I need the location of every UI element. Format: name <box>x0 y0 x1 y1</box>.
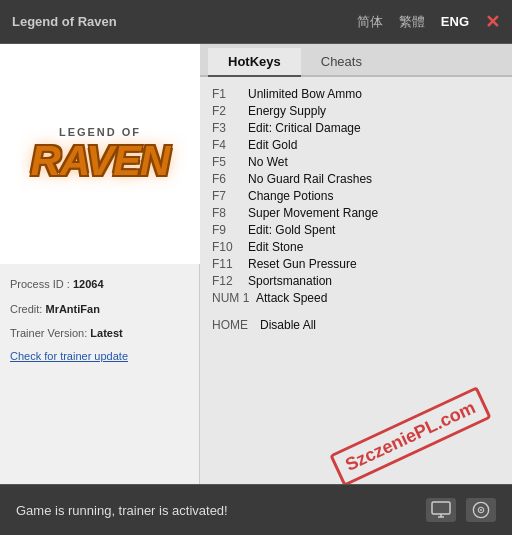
game-logo-area: LEGEND OF RAVEN <box>0 44 200 264</box>
trainer-version-row: Trainer Version: Latest <box>10 325 189 342</box>
credit-row: Credit: MrAntiFan <box>10 301 189 318</box>
key-home: HOME <box>212 318 260 332</box>
main-content: LEGEND OF RAVEN Process ID : 12064 Credi… <box>0 44 512 484</box>
svg-point-5 <box>480 509 482 511</box>
key-f3: F3 <box>212 121 248 135</box>
monitor-icon[interactable] <box>426 498 456 522</box>
tab-hotkeys[interactable]: HotKeys <box>208 48 301 77</box>
hotkey-f10: F10 Edit Stone <box>212 238 500 255</box>
desc-f5: No Wet <box>248 155 288 169</box>
title-bar-controls: 简体 繁體 ENG ✕ <box>357 11 500 33</box>
key-f10: F10 <box>212 240 248 254</box>
lang-traditional[interactable]: 繁體 <box>399 13 425 31</box>
key-f12: F12 <box>212 274 248 288</box>
hotkey-f4: F4 Edit Gold <box>212 136 500 153</box>
desc-f4: Edit Gold <box>248 138 297 152</box>
hotkey-f11: F11 Reset Gun Pressure <box>212 255 500 272</box>
logo-raven-text: RAVEN <box>31 140 170 182</box>
desc-f2: Energy Supply <box>248 104 326 118</box>
status-bar: Game is running, trainer is activated! <box>0 484 512 535</box>
key-f4: F4 <box>212 138 248 152</box>
key-f8: F8 <box>212 206 248 220</box>
key-f7: F7 <box>212 189 248 203</box>
separator <box>212 306 500 316</box>
hotkey-f5: F5 No Wet <box>212 153 500 170</box>
desc-f9: Edit: Gold Spent <box>248 223 335 237</box>
desc-f8: Super Movement Range <box>248 206 378 220</box>
status-icons <box>426 498 496 522</box>
process-value: 12064 <box>73 278 104 290</box>
trainer-label: Trainer Version: <box>10 327 87 339</box>
tabs-bar: HotKeys Cheats <box>200 44 512 77</box>
key-f5: F5 <box>212 155 248 169</box>
key-num1: NUM 1 <box>212 291 256 305</box>
key-f11: F11 <box>212 257 248 271</box>
hotkey-f6: F6 No Guard Rail Crashes <box>212 170 500 187</box>
right-panel: HotKeys Cheats F1 Unlimited Bow Ammo F2 … <box>200 44 512 484</box>
logo-container: LEGEND OF RAVEN <box>20 74 180 234</box>
desc-f12: Sportsmanation <box>248 274 332 288</box>
desc-f6: No Guard Rail Crashes <box>248 172 372 186</box>
stamp-overlay: SzczeniePL.com <box>329 386 492 484</box>
title-bar: Legend of Raven 简体 繁體 ENG ✕ <box>0 0 512 44</box>
music-icon[interactable] <box>466 498 496 522</box>
hotkeys-list: F1 Unlimited Bow Ammo F2 Energy Supply F… <box>200 77 512 484</box>
update-link[interactable]: Check for trainer update <box>10 350 189 362</box>
hotkey-f7: F7 Change Potions <box>212 187 500 204</box>
desc-f7: Change Potions <box>248 189 333 203</box>
left-panel: LEGEND OF RAVEN Process ID : 12064 Credi… <box>0 44 200 484</box>
credit-label: Credit: <box>10 303 42 315</box>
hotkey-home: HOME Disable All <box>212 316 500 334</box>
left-info: Process ID : 12064 Credit: MrAntiFan Tra… <box>0 264 199 484</box>
status-message: Game is running, trainer is activated! <box>16 503 228 518</box>
tab-cheats[interactable]: Cheats <box>301 48 382 77</box>
process-label: Process ID : <box>10 278 73 290</box>
key-f1: F1 <box>212 87 248 101</box>
desc-f1: Unlimited Bow Ammo <box>248 87 362 101</box>
credit-value: MrAntiFan <box>45 303 99 315</box>
hotkey-f3: F3 Edit: Critical Damage <box>212 119 500 136</box>
hotkey-f9: F9 Edit: Gold Spent <box>212 221 500 238</box>
hotkey-f1: F1 Unlimited Bow Ammo <box>212 85 500 102</box>
key-f9: F9 <box>212 223 248 237</box>
svg-rect-0 <box>432 502 450 514</box>
desc-f11: Reset Gun Pressure <box>248 257 357 271</box>
hotkey-f8: F8 Super Movement Range <box>212 204 500 221</box>
hotkey-num1: NUM 1 Attack Speed <box>212 289 500 306</box>
key-f2: F2 <box>212 104 248 118</box>
desc-home: Disable All <box>260 318 316 332</box>
lang-simplified[interactable]: 简体 <box>357 13 383 31</box>
process-id-row: Process ID : 12064 <box>10 276 189 293</box>
app-title: Legend of Raven <box>12 14 117 29</box>
trainer-value: Latest <box>90 327 122 339</box>
desc-f10: Edit Stone <box>248 240 303 254</box>
close-button[interactable]: ✕ <box>485 11 500 33</box>
desc-f3: Edit: Critical Damage <box>248 121 361 135</box>
lang-english[interactable]: ENG <box>441 14 469 29</box>
hotkey-f2: F2 Energy Supply <box>212 102 500 119</box>
key-f6: F6 <box>212 172 248 186</box>
hotkey-f12: F12 Sportsmanation <box>212 272 500 289</box>
stamp-text: SzczeniePL.com <box>329 386 492 484</box>
desc-num1: Attack Speed <box>256 291 327 305</box>
